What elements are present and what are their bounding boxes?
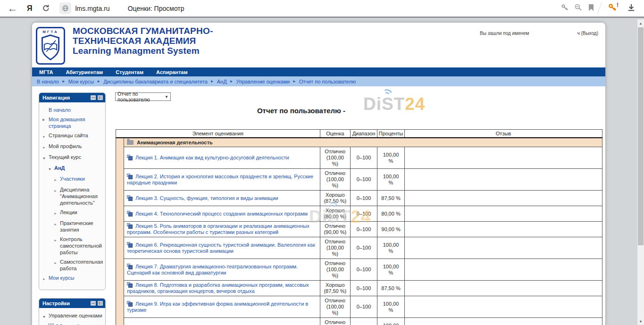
sidebar-item-site-pages[interactable]: Страницы сайта [42, 132, 103, 140]
breadcrumb-user-report[interactable]: Отчет по пользователю [299, 79, 356, 84]
grade-item-link[interactable]: Лекция 4. Технологический процесс создан… [135, 211, 308, 217]
browser-toolbar: ← Я lms.mgta.ru Оценки: Просмотр ! [0, 0, 644, 18]
feedback-cell [405, 147, 602, 169]
main-nav: МГТА Абитуриентам Студентам Аспирантам [32, 67, 605, 76]
chevron-right-icon[interactable] [42, 143, 49, 151]
grade-item-link[interactable]: Лекция 7. Драматургия анимационно-театра… [127, 264, 298, 275]
globe-icon [62, 5, 69, 12]
chevron-right-icon[interactable] [54, 175, 60, 183]
sidebar-item-my-home[interactable]: Моя домашняя страница [42, 116, 103, 129]
feedback-cell [405, 259, 602, 281]
chevron-down-icon[interactable] [42, 312, 49, 320]
table-header-row: Элемент оценивания Оценка Диапазон Проце… [116, 130, 602, 138]
scroll-down-icon[interactable]: ▼ [637, 318, 644, 325]
grade-item-link[interactable]: Лекция 9. Игра как эффективная форма ани… [127, 301, 308, 313]
scrollbar[interactable]: ▲ ▼ [637, 19, 644, 325]
grade-item-link[interactable]: Лекция 8. Подготовка и разработка анимац… [127, 282, 309, 294]
feedback-cell [405, 318, 602, 325]
percent-cell: 100,00 % [377, 318, 405, 325]
yandex-menu-icon[interactable]: Я [27, 4, 33, 13]
breadcrumb-grade-admin[interactable]: Управление оценками [236, 79, 290, 84]
grade-cell: Отлично(100,00 %) [320, 259, 351, 281]
nav-item-aspirantam[interactable]: Аспирантам [156, 69, 187, 75]
category-cell: Анимационная деятельность [124, 138, 602, 147]
sidebar-item-my-courses[interactable]: Мои курсы [42, 275, 103, 283]
logout-link[interactable]: ч (Выход) [577, 31, 598, 36]
chevron-down-icon[interactable] [48, 165, 54, 173]
chevron-right-icon[interactable] [42, 275, 49, 283]
grade-item-link[interactable]: Лекция 1. Анимация как вид культурно-дос… [135, 155, 289, 160]
refresh-icon[interactable] [42, 4, 50, 12]
sidebar-item-control[interactable]: Контроль самостоятельной работы [54, 236, 103, 256]
chevron-down-icon[interactable] [42, 154, 49, 162]
select-arrow-icon: ▼ [165, 95, 168, 99]
find-on-page-icon[interactable] [574, 3, 582, 13]
grade-cell: Хорошо(87,50 %) [320, 191, 351, 206]
block-hide-icon[interactable] [91, 301, 96, 306]
sidebar-item-participants[interactable]: Участники [54, 175, 103, 183]
sidebar-item-my-profile[interactable]: Мой профиль [42, 143, 103, 151]
grade-item-link[interactable]: Лекция 5. Роль аниматоров в организации … [127, 223, 309, 235]
browser-back-icon[interactable]: ← [8, 3, 17, 14]
downloads-icon[interactable] [627, 3, 636, 14]
chevron-right-icon[interactable] [54, 236, 60, 256]
block-hide-icon[interactable] [91, 95, 96, 100]
chevron-right-icon[interactable] [54, 186, 60, 206]
address-bar-url[interactable]: lms.mgta.ru [75, 5, 110, 12]
report-type-select[interactable]: Отчет по пользователю ▼ [115, 92, 171, 101]
main-content: Отчет по пользователю ▼ Отчет по пользов… [113, 86, 603, 325]
grade-item-link[interactable]: Лекция 6. Рекреационная сущность туристс… [127, 242, 315, 254]
password-key-icon[interactable] [561, 4, 569, 13]
breadcrumb-my-courses[interactable]: Мои курсы [68, 79, 94, 84]
feedback-cell [405, 296, 602, 318]
breadcrumb-separator-icon: ► [210, 79, 214, 83]
password-alert-icon[interactable]: ! [608, 3, 617, 14]
scrollbar-thumb[interactable] [638, 27, 644, 245]
bookmark-icon[interactable] [588, 4, 594, 13]
sidebar-item-self-work[interactable]: Самостоятельная работа [54, 258, 103, 272]
grade-cell: Отлично(100,00 %) [320, 318, 351, 325]
range-cell: 0–100 [351, 296, 377, 318]
nav-item-abiturientam[interactable]: Абитуриентам [66, 69, 103, 75]
grade-item-link[interactable]: Лекция 3. Сущность, функция, типология и… [135, 195, 278, 201]
block-dock-icon[interactable] [98, 301, 103, 306]
sidebar-item-overview-report[interactable]: Обзорный отчет [48, 323, 103, 325]
range-cell: 0–100 [351, 147, 377, 169]
sidebar-item-practice[interactable]: Практические занятия [54, 220, 103, 233]
grade-cell: Отлично(100,00 %) [320, 169, 351, 191]
scroll-up-icon[interactable]: ▲ [637, 20, 644, 26]
percent-cell: 100,00 % [377, 259, 405, 281]
toolbar-divider [597, 2, 602, 14]
block-dock-icon[interactable] [98, 95, 103, 100]
percent-cell: 90,00 % [377, 222, 405, 237]
breadcrumb-disciplines[interactable]: Дисциплины бакалавриата и специалитета [103, 79, 208, 84]
breadcrumb-separator-icon: ► [293, 79, 296, 83]
chevron-right-icon[interactable] [42, 132, 49, 140]
range-cell: 0–100 [351, 281, 377, 296]
nav-item-studentam[interactable]: Студентам [116, 69, 143, 75]
sidebar-item-grade-admin[interactable]: Управление оценками [42, 312, 103, 320]
breadcrumb-course[interactable]: АнД [217, 79, 227, 84]
grade-item-link[interactable]: Лекция 2. История и хронология массовых … [127, 174, 313, 185]
chevron-right-icon[interactable] [54, 220, 60, 233]
site-security-badge[interactable] [59, 2, 71, 14]
breadcrumb-home[interactable]: В начало [37, 79, 59, 84]
address-bar-page-title: Оценки: Просмотр [128, 5, 184, 12]
col-header-feedback: Отзыв [405, 130, 602, 138]
percent-cell: 80,00 % [377, 206, 405, 222]
sidebar-item-course-and[interactable]: АнД [48, 165, 103, 173]
bullet-icon [42, 116, 49, 129]
chevron-right-icon[interactable] [54, 258, 60, 272]
range-cell: 0–100 [351, 169, 377, 191]
grade-cell: Хорошо(80,00 %) [320, 206, 351, 222]
percent-cell: 100,00 % [377, 147, 405, 169]
range-cell: 0–100 [351, 191, 377, 206]
range-cell: 0–100 [351, 206, 377, 222]
sidebar-item-lectures[interactable]: Лекции [54, 209, 103, 217]
chevron-right-icon[interactable] [54, 209, 60, 217]
sidebar-item-discipline[interactable]: Дисциплина "Анимационная деятельность" [54, 186, 103, 206]
sidebar-item-current-course[interactable]: Текущий курс [42, 154, 103, 162]
nav-item-mgta[interactable]: МГТА [39, 69, 53, 75]
mgta-logo[interactable]: МГТА [36, 27, 65, 65]
sidebar-item-home[interactable]: В начало [42, 107, 103, 113]
